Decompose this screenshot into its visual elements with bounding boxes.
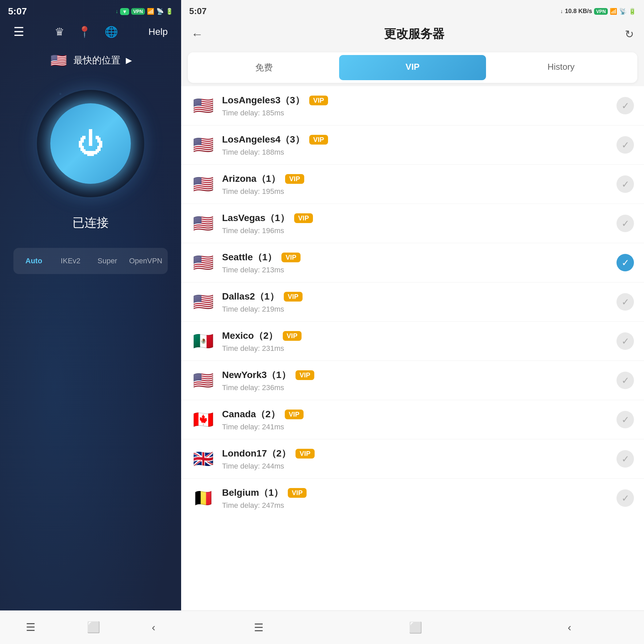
server-check-9[interactable]: ✓ — [616, 450, 634, 468]
right-download-icon: ↓ — [560, 8, 563, 14]
server-flag-4: 🇺🇸 — [191, 251, 215, 275]
left-time: 5:07 — [8, 6, 27, 17]
power-button-container: ⏻ — [37, 90, 144, 197]
server-list-item[interactable]: 🇨🇦 Canada（2） VIP Time delay: 241ms ✓ — [181, 400, 644, 439]
protocol-super[interactable]: Super — [90, 251, 125, 271]
hamburger-menu-icon[interactable]: ☰ — [13, 25, 24, 39]
server-name-1: LosAngeles4（3） — [222, 133, 305, 146]
server-check-10[interactable]: ✓ — [616, 489, 634, 507]
server-list-item[interactable]: 🇧🇪 Belgium（1） VIP Time delay: 247ms ✓ — [181, 479, 644, 518]
server-name-row-4: Seattle（1） VIP — [222, 251, 616, 264]
server-list-item[interactable]: 🇺🇸 NewYork3（1） VIP Time delay: 236ms ✓ — [181, 361, 644, 400]
right-battery-icon: 🔋 — [629, 8, 636, 15]
right-status-icons: ↓ 10.8 KB/s VPN 📶 📡 🔋 — [560, 8, 636, 15]
globe-icon[interactable]: 🌐 — [105, 25, 118, 38]
left-menu-icon[interactable]: ☰ — [26, 621, 36, 634]
fastest-location[interactable]: 🇺🇸 最快的位置 ▶ — [0, 51, 181, 70]
protocol-openvpn[interactable]: OpenVPN — [126, 251, 165, 271]
location-icon[interactable]: 📍 — [78, 25, 91, 38]
server-check-8[interactable]: ✓ — [616, 411, 634, 428]
server-check-0[interactable]: ✓ — [616, 97, 634, 114]
right-panel: 5:07 ↓ 10.8 KB/s VPN 📶 📡 🔋 ← 更改服务器 ↻ 免费 … — [181, 0, 644, 644]
server-list-item[interactable]: 🇺🇸 Arizona（1） VIP Time delay: 195ms ✓ — [181, 165, 644, 204]
right-signal-icon: 📶 — [610, 8, 617, 15]
server-delay-7: Time delay: 236ms — [222, 383, 616, 392]
server-name-row-7: NewYork3（1） VIP — [222, 369, 616, 381]
signal-icon: 📶 — [147, 8, 154, 15]
server-list-item[interactable]: 🇺🇸 Dallas2（1） VIP Time delay: 219ms ✓ — [181, 282, 644, 322]
back-button[interactable]: ← — [191, 27, 203, 41]
server-flag-1: 🇺🇸 — [191, 133, 215, 157]
server-info-7: NewYork3（1） VIP Time delay: 236ms — [222, 369, 616, 392]
server-name-row-10: Belgium（1） VIP — [222, 486, 616, 499]
server-check-6[interactable]: ✓ — [616, 332, 634, 350]
server-name-10: Belgium（1） — [222, 486, 283, 499]
protocol-ikev2[interactable]: IKEv2 — [53, 251, 89, 271]
server-info-10: Belgium（1） VIP Time delay: 247ms — [222, 486, 616, 510]
right-vpn-pill: VPN — [594, 8, 608, 15]
server-flag-2: 🇺🇸 — [191, 172, 215, 196]
tab-vip[interactable]: VIP — [339, 55, 486, 80]
help-button[interactable]: Help — [148, 26, 168, 37]
server-info-6: Mexico（2） VIP Time delay: 231ms — [222, 329, 616, 353]
vip-badge-9: VIP — [296, 449, 314, 459]
server-flag-8: 🇨🇦 — [191, 408, 215, 432]
power-button[interactable]: ⏻ — [50, 103, 131, 184]
vip-badge-8: VIP — [285, 410, 304, 419]
server-check-1[interactable]: ✓ — [616, 136, 634, 154]
server-delay-0: Time delay: 185ms — [222, 109, 616, 117]
server-name-5: Dallas2（1） — [222, 290, 279, 303]
vip-badge-2: VIP — [285, 174, 304, 184]
server-delay-5: Time delay: 219ms — [222, 305, 616, 314]
right-menu-icon[interactable]: ☰ — [254, 621, 264, 634]
server-check-7[interactable]: ✓ — [616, 372, 634, 389]
server-name-8: Canada（2） — [222, 408, 280, 421]
nav-icons: ♛ 📍 🌐 — [55, 25, 118, 38]
vip-badge-4: VIP — [281, 253, 300, 262]
protocol-auto[interactable]: Auto — [16, 251, 52, 271]
left-nav: ☰ ♛ 📍 🌐 Help — [0, 19, 181, 44]
server-delay-6: Time delay: 231ms — [222, 344, 616, 353]
left-home-icon[interactable]: ⬜ — [87, 621, 100, 634]
server-name-2: Arizona（1） — [222, 172, 280, 185]
server-check-2[interactable]: ✓ — [616, 175, 634, 193]
left-status-pill: ▼ — [120, 8, 129, 15]
server-list: 🇺🇸 LosAngeles3（3） VIP Time delay: 185ms … — [181, 86, 644, 610]
right-back-icon[interactable]: ‹ — [568, 621, 572, 634]
protocol-selector: Auto IKEv2 Super OpenVPN — [13, 248, 168, 274]
server-check-4[interactable]: ✓ — [616, 254, 634, 271]
left-back-icon[interactable]: ‹ — [152, 621, 156, 634]
server-delay-3: Time delay: 196ms — [222, 226, 616, 235]
server-check-5[interactable]: ✓ — [616, 293, 634, 311]
refresh-button[interactable]: ↻ — [625, 28, 634, 41]
right-home-icon[interactable]: ⬜ — [409, 621, 422, 634]
server-list-item[interactable]: 🇲🇽 Mexico（2） VIP Time delay: 231ms ✓ — [181, 322, 644, 361]
server-delay-2: Time delay: 195ms — [222, 187, 616, 196]
server-header-title: 更改服务器 — [384, 26, 444, 42]
right-time: 5:07 — [189, 6, 207, 16]
server-info-8: Canada（2） VIP Time delay: 241ms — [222, 408, 616, 431]
server-list-item[interactable]: 🇺🇸 LasVegas（1） VIP Time delay: 196ms ✓ — [181, 204, 644, 243]
server-delay-4: Time delay: 213ms — [222, 266, 616, 274]
connected-status: 已连接 — [0, 215, 181, 231]
power-ring-outer: ⏻ — [37, 90, 144, 197]
vip-badge-10: VIP — [288, 488, 307, 498]
server-info-0: LosAngeles3（3） VIP Time delay: 185ms — [222, 94, 616, 117]
right-wifi-icon: 📡 — [619, 8, 627, 15]
server-list-item[interactable]: 🇺🇸 LosAngeles3（3） VIP Time delay: 185ms … — [181, 86, 644, 125]
server-name-row-8: Canada（2） VIP — [222, 408, 616, 421]
crown-icon[interactable]: ♛ — [55, 25, 64, 38]
server-name-row-2: Arizona（1） VIP — [222, 172, 616, 185]
tab-history[interactable]: History — [487, 55, 635, 80]
server-list-item[interactable]: 🇺🇸 LosAngeles4（3） VIP Time delay: 188ms … — [181, 125, 644, 165]
server-name-7: NewYork3（1） — [222, 369, 291, 381]
server-name-6: Mexico（2） — [222, 329, 278, 342]
server-list-item[interactable]: 🇺🇸 Seattle（1） VIP Time delay: 213ms ✓ — [181, 243, 644, 282]
fastest-flag: 🇺🇸 — [49, 51, 68, 70]
left-panel: 5:07 ↓ ▼ VPN 📶 📡 🔋 ☰ ♛ 📍 🌐 Help 🇺🇸 最快的位置… — [0, 0, 181, 644]
server-check-3[interactable]: ✓ — [616, 215, 634, 232]
server-list-item[interactable]: 🇬🇧 London17（2） VIP Time delay: 244ms ✓ — [181, 439, 644, 479]
fastest-location-arrow: ▶ — [126, 56, 132, 65]
left-status-bar: 5:07 ↓ ▼ VPN 📶 📡 🔋 — [0, 0, 181, 19]
tab-free[interactable]: 免费 — [191, 55, 338, 80]
